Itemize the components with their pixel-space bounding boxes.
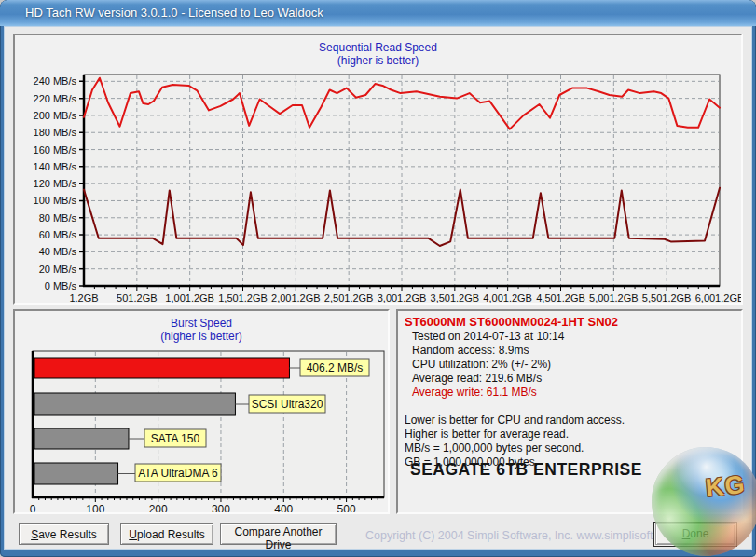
average-write-value: Average write: 61.1 MB/s: [412, 386, 537, 399]
drive-nickname-label: SEAGATE 6TB ENTERPRISE: [410, 460, 642, 480]
svg-text:120 MB/s: 120 MB/s: [34, 178, 77, 189]
svg-text:140 MB/s: 140 MB/s: [34, 161, 77, 172]
drive-stat-line: Tested on 2014-07-13 at 10:14: [412, 330, 564, 344]
svg-text:60 MB/s: 60 MB/s: [39, 229, 77, 240]
note-line: MB/s = 1,000,000 bytes per second.: [405, 442, 625, 455]
svg-text:2,001.2GB: 2,001.2GB: [271, 292, 321, 303]
svg-text:100 MB/s: 100 MB/s: [34, 195, 77, 206]
svg-text:3,001.2GB: 3,001.2GB: [378, 292, 427, 303]
svg-text:100: 100: [86, 503, 104, 512]
button-mnemonic: U: [129, 528, 137, 541]
drive-info-panel: ST6000NM ST6000NM0024-1HT SN02 Tested on…: [396, 309, 743, 514]
svg-text:6,001.2GB: 6,001.2GB: [695, 292, 741, 303]
button-mnemonic: C: [234, 525, 242, 538]
bar-label: SATA 150: [151, 432, 200, 445]
svg-text:4,501.2GB: 4,501.2GB: [536, 292, 585, 303]
burst-speed-chart: 0100200300400500406.2 MB/sSCSI Ultra320S…: [15, 311, 388, 512]
svg-text:160 MB/s: 160 MB/s: [34, 144, 77, 156]
window-title: HD Tach RW version 3.0.1.0 - Licensed to…: [25, 6, 323, 20]
app-window: HD Tach RW version 3.0.1.0 - Licensed to…: [0, 0, 756, 557]
svg-text:2,501.2GB: 2,501.2GB: [324, 292, 374, 303]
compare-another-drive-button[interactable]: Compare Another Drive: [220, 523, 337, 545]
svg-text:500: 500: [337, 503, 356, 512]
svg-text:501.2GB: 501.2GB: [117, 292, 157, 303]
drive-model-title: ST6000NM ST6000NM0024-1HT SN02: [405, 315, 618, 329]
button-label: ompare Another Drive: [242, 525, 322, 551]
done-button-ring: Done: [653, 522, 737, 547]
bar-label: ATA UltraDMA 6: [138, 467, 218, 480]
done-button-label: one: [690, 527, 708, 540]
burst-speed-panel: Burst Speed (higher is better) 010020030…: [13, 309, 390, 514]
bar-label: SCSI Ultra320: [252, 398, 323, 411]
button-label: pload Results: [137, 528, 205, 541]
note-line: Higher is better for average read.: [405, 428, 625, 442]
sequential-read-panel: Sequential Read Speed (higher is better)…: [13, 34, 743, 305]
button-mnemonic: S: [31, 528, 38, 541]
svg-text:240 MB/s: 240 MB/s: [34, 75, 77, 87]
svg-text:0: 0: [30, 503, 36, 512]
svg-text:300: 300: [212, 503, 230, 512]
window-content: Sequential Read Speed (higher is better)…: [4, 26, 752, 550]
drive-stat-line: CPU utilization: 2% (+/- 2%): [412, 358, 564, 372]
drive-stat-line: Random access: 8.9ms: [412, 344, 564, 358]
svg-text:1.2GB: 1.2GB: [69, 292, 98, 303]
svg-text:80 MB/s: 80 MB/s: [39, 212, 77, 224]
drive-stats: Tested on 2014-07-13 at 10:14Random acce…: [412, 330, 564, 386]
svg-text:3,501.2GB: 3,501.2GB: [431, 292, 480, 303]
bar-label: 406.2 MB/s: [307, 361, 364, 374]
svg-text:5,501.2GB: 5,501.2GB: [642, 292, 692, 303]
svg-text:0 MB/s: 0 MB/s: [45, 280, 77, 292]
svg-text:200: 200: [149, 503, 168, 512]
svg-text:220 MB/s: 220 MB/s: [34, 93, 77, 104]
svg-text:1,501.2GB: 1,501.2GB: [218, 292, 268, 303]
done-button-mnemonic: D: [682, 527, 691, 540]
save-results-button[interactable]: Save Results: [19, 523, 109, 545]
done-button[interactable]: Done: [655, 523, 735, 545]
svg-text:4,001.2GB: 4,001.2GB: [483, 292, 532, 303]
note-line: Lower is better for CPU and random acces…: [405, 414, 625, 428]
upload-results-button[interactable]: Upload Results: [120, 523, 213, 545]
button-label: ave Results: [38, 528, 97, 541]
svg-text:200 MB/s: 200 MB/s: [34, 110, 77, 121]
svg-text:40 MB/s: 40 MB/s: [39, 246, 77, 257]
svg-text:1,001.2GB: 1,001.2GB: [165, 292, 214, 303]
svg-text:20 MB/s: 20 MB/s: [39, 264, 77, 275]
svg-text:180 MB/s: 180 MB/s: [34, 127, 77, 138]
window-titlebar[interactable]: HD Tach RW version 3.0.1.0 - Licensed to…: [0, 0, 756, 26]
sequential-read-chart: 0 MB/s20 MB/s40 MB/s60 MB/s80 MB/s100 MB…: [15, 35, 741, 303]
svg-text:5,001.2GB: 5,001.2GB: [589, 292, 639, 303]
svg-text:400: 400: [274, 503, 293, 512]
drive-stat-line: Average read: 219.6 MB/s: [412, 372, 564, 386]
